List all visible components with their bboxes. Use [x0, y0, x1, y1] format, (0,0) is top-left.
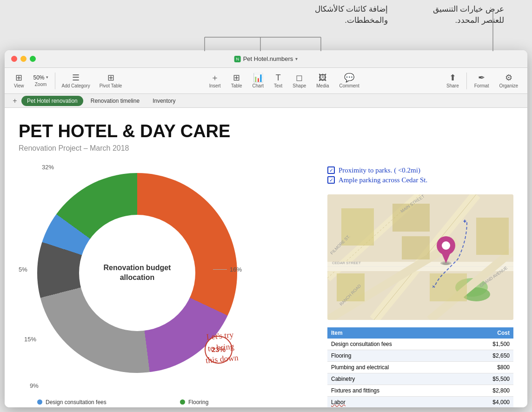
toolbar-left-group: ⊞ View 50% ▾ Zoom ☰ Add Category ⊞ Pivo [9, 73, 126, 89]
toolbar-divider-2 [466, 73, 467, 89]
insert-icon: ＋ [211, 73, 219, 82]
document-title: PET HOTEL & DAY CARE [19, 122, 513, 141]
table-header-item: Item [327, 327, 460, 339]
table-row: Cabinetry$5,500 [327, 373, 513, 385]
table-cell-cost: $800 [460, 361, 513, 373]
view-button[interactable]: ⊞ View [9, 73, 29, 88]
table-icon: ⊞ [233, 73, 240, 82]
organize-icon: ⚙ [505, 73, 512, 82]
share-button[interactable]: ⬆ Share [442, 73, 464, 88]
hw-checkbox-1: ✓ [327, 166, 335, 174]
svg-rect-19 [392, 204, 430, 232]
annotation-left-text: إضافة كائنات كالأشكال [315, 4, 388, 15]
add-sheet-button[interactable]: + [10, 96, 20, 106]
svg-text:+: + [463, 218, 466, 225]
table-cell-cost: $2,650 [460, 350, 513, 361]
chart-icon: 📊 [253, 73, 263, 82]
annotation-left-text2: والمخططات. [315, 15, 388, 26]
svg-rect-22 [476, 218, 509, 255]
annotation-area: عرض خيارات التنسيق للعنصر المحدد. إضافة … [0, 0, 532, 51]
table-cell-item: Labor [327, 396, 460, 407]
insert-label: Insert [209, 83, 221, 88]
format-button[interactable]: ✒ Format [470, 73, 494, 88]
main-window: N Pet Hotel.numbers ▾ ⊞ View 50% ▾ Zoom [5, 50, 527, 407]
maximize-button[interactable] [30, 56, 36, 62]
chart-button[interactable]: 📊 Chart [248, 73, 268, 88]
main-content-layout: 32% 5% 15% 9% [19, 164, 513, 407]
pct-9-label: 9% [30, 382, 39, 389]
handwritten-callout: Let's tryto bringthis down [205, 330, 238, 365]
media-icon: 🖼 [319, 73, 327, 82]
sheet-tabs: + Pet Hotel renovation Renovation timeli… [5, 94, 527, 108]
handwritten-notes: ✓ Proximity to parks. ( <0.2mi) ✓ Ample … [327, 164, 513, 189]
share-icon: ⬆ [449, 73, 456, 82]
numbers-icon: N [234, 56, 241, 62]
donut-center: Renovation budgetallocation [79, 215, 195, 331]
pct-32-label: 32% [42, 164, 54, 171]
table-cell-item: Design consultation fees [327, 339, 460, 350]
text-button[interactable]: T Text [269, 73, 287, 88]
canvas: PET HOTEL & DAY CARE Renovation Project … [5, 108, 527, 407]
toolbar: ⊞ View 50% ▾ Zoom ☰ Add Category ⊞ Pivo [5, 68, 527, 94]
svg-text:CEDAR STREET: CEDAR STREET [332, 261, 361, 265]
share-label: Share [446, 83, 459, 88]
toolbar-right-group: ⬆ Share ✒ Format ⚙ Organize [442, 73, 523, 89]
text-label: Text [274, 83, 282, 88]
close-button[interactable] [11, 56, 17, 62]
comment-label: Comment [339, 83, 359, 88]
annotation-left: إضافة كائنات كالأشكال والمخططات. [315, 4, 388, 26]
annotation-right-text: عرض خيارات التنسيق [433, 4, 504, 15]
document-subtitle: Renovation Project – March 2018 [19, 144, 513, 153]
svg-rect-23 [402, 236, 430, 259]
add-category-label: Add Category [62, 83, 90, 88]
table-row: Plumbing and electrical$800 [327, 361, 513, 373]
toolbar-divider-1 [55, 73, 55, 89]
hw-line-1: ✓ Proximity to parks. ( <0.2mi) [327, 166, 513, 174]
pivot-table-button[interactable]: ⊞ Pivot Table [95, 73, 127, 88]
table-cell-cost: $2,800 [460, 385, 513, 396]
table-cell-cost: $1,500 [460, 339, 513, 350]
window-controls [11, 56, 36, 62]
title-chevron-icon[interactable]: ▾ [295, 56, 298, 61]
legend-item-design: Design consultation fees [37, 399, 171, 405]
pivot-table-label: Pivot Table [100, 83, 122, 88]
pct-5-label: 5% [19, 266, 27, 273]
map-svg: FILMORE ST. MAIN STREET CEDAR STREET RAN… [327, 194, 513, 320]
insert-button[interactable]: ＋ Insert [205, 73, 226, 88]
zoom-button[interactable]: 50% ▾ Zoom [29, 75, 53, 87]
shape-button[interactable]: ◻ Shape [288, 73, 311, 88]
pct-15-label: 15% [24, 336, 36, 343]
svg-point-33 [442, 262, 450, 265]
table-header-cost: Cost [460, 327, 513, 339]
table-cell-item: Plumbing and electrical [327, 361, 460, 373]
svg-rect-21 [430, 273, 467, 301]
chart-legend: Design consultation fees Flooring Plumbi… [19, 399, 313, 407]
tab-pet-hotel-renovation[interactable]: Pet Hotel renovation [21, 96, 83, 106]
svg-point-31 [442, 241, 450, 250]
left-panel: 32% 5% 15% 9% [19, 164, 313, 407]
table-label: Table [231, 83, 242, 88]
organize-button[interactable]: ⚙ Organize [494, 73, 523, 88]
toolbar-center-group: ＋ Insert ⊞ Table 📊 Chart T Text ◻ Shape … [126, 73, 442, 88]
table-cell-cost: $4,000 [460, 396, 513, 407]
table-button[interactable]: ⊞ Table [226, 73, 247, 88]
minimize-button[interactable] [20, 56, 27, 62]
map-container: FILMORE ST. MAIN STREET CEDAR STREET RAN… [327, 194, 513, 320]
titlebar: N Pet Hotel.numbers ▾ [5, 50, 527, 68]
format-label: Format [474, 83, 489, 88]
tab-inventory[interactable]: Inventory [147, 96, 181, 106]
document-title: Pet Hotel.numbers [243, 55, 293, 62]
add-category-button[interactable]: ☰ Add Category [57, 73, 95, 88]
shape-icon: ◻ [296, 73, 303, 82]
view-icon: ⊞ [15, 73, 22, 82]
zoom-icon: 50% ▾ [33, 75, 48, 80]
media-button[interactable]: 🖼 Media [312, 73, 333, 88]
pct-16-label: 16% [213, 266, 242, 273]
comment-button[interactable]: 💬 Comment [335, 73, 364, 88]
organize-label: Organize [499, 83, 518, 88]
table-row: Labor$4,000 [327, 396, 513, 407]
tab-renovation-timeline[interactable]: Renovation timeline [85, 96, 145, 106]
text-icon: T [276, 73, 281, 82]
table-cell-item: Cabinetry [327, 373, 460, 385]
table-cell-item: Fixtures and fittings [327, 385, 460, 396]
